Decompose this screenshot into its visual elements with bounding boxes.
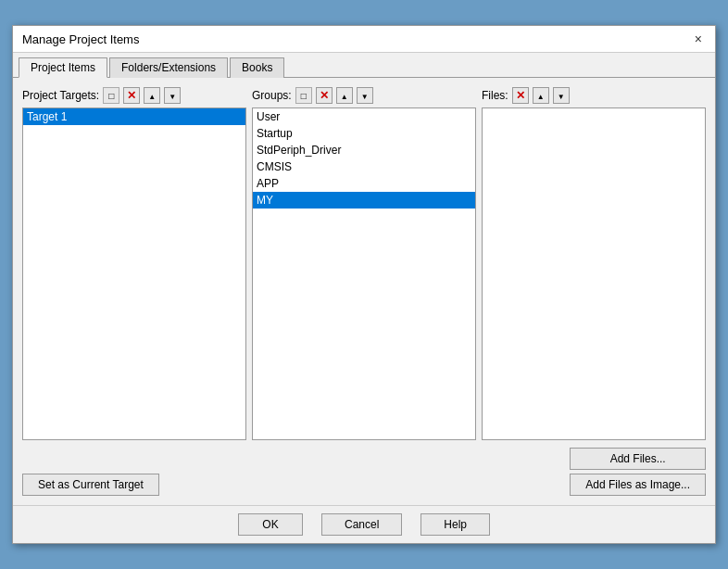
up-file-icon (537, 89, 545, 102)
up-group-icon (341, 89, 348, 102)
project-targets-label: Project Targets: (22, 89, 99, 102)
project-targets-panel: Project Targets: □ ✕ (22, 87, 246, 440)
list-item[interactable]: StdPeriph_Driver (253, 142, 475, 158)
title-bar: Manage Project Items × (13, 26, 715, 53)
groups-label: Groups: (252, 89, 292, 102)
help-button[interactable]: Help (420, 513, 490, 536)
list-item[interactable]: MY (253, 192, 475, 209)
add-files-as-image-button[interactable]: Add Files as Image... (570, 474, 706, 496)
delete-file-icon: ✕ (516, 89, 525, 102)
groups-delete-button[interactable]: ✕ (316, 87, 333, 104)
tabs-bar: Project Items Folders/Extensions Books (13, 53, 715, 78)
dialog-footer: OK Cancel Help (13, 505, 715, 543)
tab-folders-extensions[interactable]: Folders/Extensions (109, 57, 228, 78)
down-target-icon (169, 89, 176, 102)
project-targets-delete-button[interactable]: ✕ (123, 87, 140, 104)
groups-list[interactable]: User Startup StdPeriph_Driver CMSIS APP … (252, 107, 476, 440)
cancel-button[interactable]: Cancel (321, 513, 402, 536)
new-target-icon: □ (108, 91, 114, 101)
project-targets-list[interactable]: Target 1 (22, 107, 246, 440)
files-list[interactable] (482, 107, 706, 440)
files-panel: Files: ✕ (482, 87, 706, 440)
groups-new-button[interactable]: □ (295, 87, 312, 104)
project-targets-up-button[interactable] (144, 87, 160, 104)
panels-container: Project Targets: □ ✕ (22, 87, 706, 440)
project-targets-down-button[interactable] (164, 87, 181, 104)
files-header: Files: ✕ (482, 87, 706, 104)
dialog-title: Manage Project Items (22, 32, 139, 46)
manage-project-items-dialog: Manage Project Items × Project Items Fol… (12, 25, 716, 544)
new-group-icon: □ (301, 91, 307, 101)
main-content: Project Targets: □ ✕ (13, 78, 715, 505)
delete-group-icon: ✕ (320, 89, 329, 102)
up-target-icon (148, 89, 156, 102)
project-targets-new-button[interactable]: □ (103, 87, 119, 104)
list-item[interactable]: User (253, 108, 475, 125)
down-group-icon (361, 89, 369, 102)
list-item[interactable]: Startup (253, 125, 475, 142)
left-actions: Set as Current Target (22, 474, 159, 496)
groups-header: Groups: □ ✕ (252, 87, 476, 104)
list-item[interactable]: CMSIS (253, 158, 475, 175)
groups-panel: Groups: □ ✕ User Startup (252, 87, 476, 440)
add-files-button[interactable]: Add Files... (570, 448, 706, 470)
files-up-button[interactable] (533, 87, 549, 104)
tab-project-items[interactable]: Project Items (19, 57, 107, 78)
down-file-icon (558, 89, 565, 102)
list-item[interactable]: APP (253, 175, 475, 192)
files-label: Files: (482, 89, 508, 102)
groups-up-button[interactable] (336, 87, 353, 104)
right-actions: Add Files... Add Files as Image... (570, 448, 706, 496)
project-targets-header: Project Targets: □ ✕ (22, 87, 246, 104)
tab-books[interactable]: Books (230, 57, 284, 78)
bottom-actions: Set as Current Target Add Files... Add F… (22, 448, 706, 496)
list-item[interactable]: Target 1 (23, 108, 245, 125)
close-button[interactable]: × (691, 32, 706, 46)
files-delete-button[interactable]: ✕ (512, 87, 529, 104)
groups-down-button[interactable] (357, 87, 373, 104)
set-current-target-button[interactable]: Set as Current Target (22, 474, 159, 496)
files-down-button[interactable] (553, 87, 570, 104)
delete-target-icon: ✕ (127, 89, 136, 102)
ok-button[interactable]: OK (238, 513, 303, 536)
